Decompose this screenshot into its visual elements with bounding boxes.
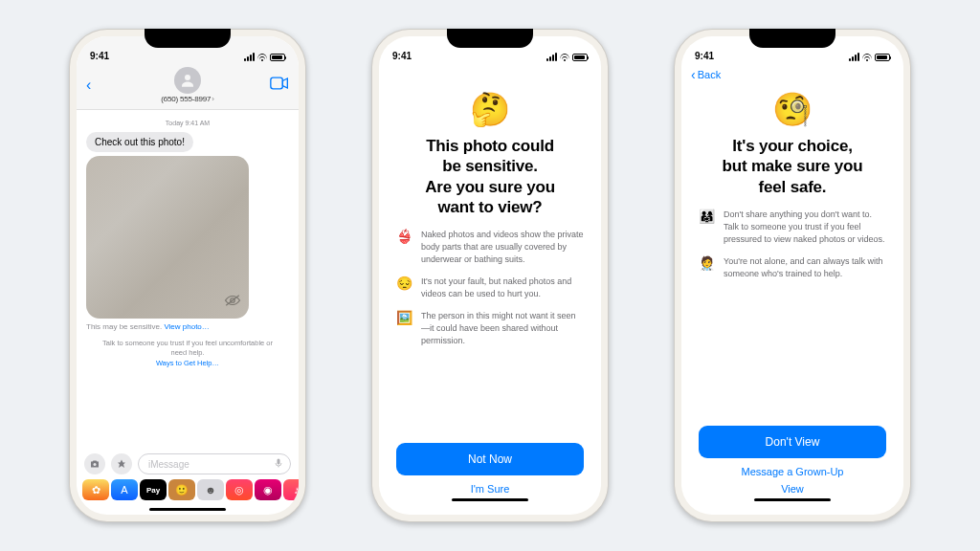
- home-indicator[interactable]: [754, 498, 831, 501]
- bullet-item: 🖼️ The person in this might not want it …: [396, 310, 584, 347]
- sheet-body: 🤔 This photo could be sensitive. Are you…: [379, 84, 601, 515]
- tray-app-red-icon[interactable]: ◎: [226, 479, 253, 500]
- contact-name: (650) 555-8997›: [105, 95, 270, 103]
- notch: [447, 29, 533, 48]
- back-chevron-icon[interactable]: ‹: [86, 77, 105, 94]
- home-indicator[interactable]: [452, 498, 528, 501]
- tray-applepay-icon[interactable]: Pay: [140, 479, 167, 500]
- sheet-title: This photo could be sensitive. Are you s…: [396, 136, 584, 217]
- message-input[interactable]: iMessage: [138, 453, 291, 474]
- view-photo-link[interactable]: View photo…: [164, 322, 209, 331]
- sheet-title: It's your choice, but make sure you feel…: [699, 136, 886, 197]
- bullet-text: Naked photos and videos show the private…: [421, 229, 584, 266]
- im-sure-button[interactable]: I'm Sure: [396, 475, 584, 496]
- bullet-text: It's not your fault, but naked photos an…: [421, 276, 584, 300]
- home-indicator[interactable]: [149, 508, 226, 511]
- status-time: 9:41: [392, 51, 412, 61]
- status-icons: [546, 53, 588, 61]
- wifi-icon: [257, 54, 267, 61]
- status-icons: [244, 53, 285, 61]
- monocle-emoji-icon: 🧐: [699, 90, 886, 128]
- not-now-button[interactable]: Not Now: [396, 443, 584, 475]
- bullet-item: 👙 Naked photos and videos show the priva…: [396, 229, 584, 266]
- bullet-emoji-icon: 🖼️: [396, 310, 413, 326]
- notch: [145, 29, 231, 48]
- tray-appstore-icon[interactable]: A: [111, 479, 138, 500]
- timestamp: Today 9:41 AM: [86, 120, 289, 126]
- bullet-text: You're not alone, and can always talk wi…: [724, 255, 886, 280]
- view-button[interactable]: View: [699, 479, 886, 496]
- signal-icon: [244, 53, 255, 61]
- wifi-icon: [862, 54, 872, 61]
- input-bar: iMessage: [77, 450, 299, 476]
- battery-icon: [875, 54, 890, 61]
- phone-messages: 9:41 ‹ (650) 555-8997› Today 9:41 AM Che…: [69, 29, 306, 522]
- bullet-item: 🧑‍⚕️ You're not alone, and can always ta…: [699, 255, 886, 280]
- tray-photos-icon[interactable]: ✿: [82, 479, 109, 500]
- tray-music-icon[interactable]: ♪: [283, 479, 299, 500]
- svg-rect-5: [278, 459, 280, 465]
- facetime-icon[interactable]: [270, 77, 289, 94]
- message-grownup-button[interactable]: Message a Grown-Up: [699, 458, 886, 479]
- avatar-icon: [174, 67, 201, 94]
- bullet-emoji-icon: 👙: [396, 229, 413, 245]
- screen-messages: 9:41 ‹ (650) 555-8997› Today 9:41 AM Che…: [77, 36, 299, 515]
- svg-point-4: [94, 463, 97, 466]
- svg-point-0: [185, 75, 190, 80]
- mic-icon[interactable]: [273, 457, 284, 471]
- thinking-emoji-icon: 🤔: [396, 90, 584, 128]
- messages-header: ‹ (650) 555-8997›: [77, 63, 299, 110]
- bullet-emoji-icon: 👨‍👩‍👧: [699, 209, 716, 225]
- phone-confirm-sensitive: 9:41 🤔 This photo could be sensitive. Ar…: [371, 29, 609, 522]
- tray-memoji-icon[interactable]: 🙂: [168, 479, 195, 500]
- contact-block[interactable]: (650) 555-8997›: [105, 67, 270, 103]
- input-placeholder: iMessage: [148, 459, 189, 470]
- messages-body[interactable]: Today 9:41 AM Check out this photo! This…: [77, 110, 299, 450]
- signal-icon: [849, 53, 859, 61]
- bullet-emoji-icon: 😔: [396, 276, 413, 292]
- battery-icon: [572, 54, 588, 61]
- sheet-body: 🧐 It's your choice, but make sure you fe…: [681, 84, 903, 515]
- notch: [749, 29, 835, 48]
- help-block: Talk to someone you trust if you feel un…: [86, 339, 289, 367]
- app-tray[interactable]: ✿ A Pay 🙂 ☻ ◎ ◉ ♪: [77, 476, 299, 506]
- screen-confirm: 9:41 🤔 This photo could be sensitive. Ar…: [379, 36, 601, 515]
- bullet-item: 😔 It's not your fault, but naked photos …: [396, 276, 584, 300]
- back-label: Back: [698, 69, 721, 80]
- camera-icon[interactable]: [84, 453, 105, 474]
- blurred-photo[interactable]: [86, 156, 249, 319]
- ways-to-get-help-link[interactable]: Ways to Get Help…: [96, 359, 279, 368]
- status-time: 9:41: [695, 51, 714, 61]
- nav-row: [379, 63, 601, 84]
- nav-back[interactable]: ‹ Back: [681, 63, 903, 84]
- bullet-text: The person in this might not want it see…: [421, 310, 584, 347]
- status-time: 9:41: [90, 51, 109, 61]
- signal-icon: [546, 53, 557, 61]
- dont-view-button[interactable]: Don't View: [699, 426, 886, 458]
- tray-app-pink-icon[interactable]: ◉: [255, 479, 281, 500]
- chevron-left-icon: ‹: [691, 67, 696, 82]
- app-store-icon[interactable]: [111, 453, 132, 474]
- sensitive-caption: This may be sensitive. View photo…: [86, 322, 289, 331]
- screen-safe: 9:41 ‹ Back 🧐 It's your choice, but make…: [681, 36, 903, 515]
- bullet-item: 👨‍👩‍👧 Don't share anything you don't wan…: [699, 209, 886, 246]
- bullet-list: 👙 Naked photos and videos show the priva…: [396, 229, 584, 347]
- svg-rect-1: [271, 77, 283, 89]
- hidden-eye-icon: [224, 294, 241, 311]
- phone-feel-safe: 9:41 ‹ Back 🧐 It's your choice, but make…: [674, 29, 911, 522]
- battery-icon: [270, 54, 285, 61]
- tray-stickers-icon[interactable]: ☻: [197, 479, 224, 500]
- incoming-message[interactable]: Check out this photo!: [86, 132, 193, 152]
- wifi-icon: [560, 54, 569, 61]
- bullet-list: 👨‍👩‍👧 Don't share anything you don't wan…: [699, 209, 886, 280]
- bullet-text: Don't share anything you don't want to. …: [724, 209, 886, 246]
- status-icons: [849, 53, 890, 61]
- bullet-emoji-icon: 🧑‍⚕️: [699, 255, 716, 272]
